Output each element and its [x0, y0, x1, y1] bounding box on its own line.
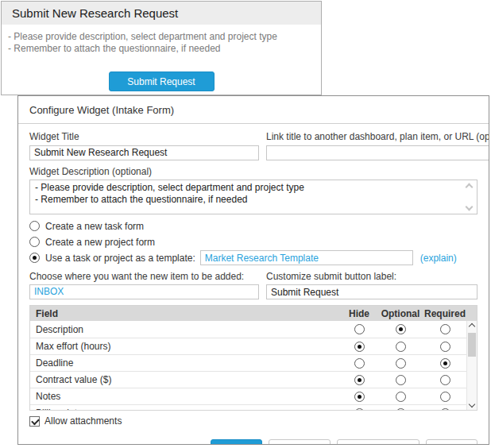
widget-title-group: Widget Title — [29, 131, 259, 160]
notes-optional-radio[interactable] — [396, 392, 406, 402]
field-settings-table-body: Description Max effort (hours) Deadline — [30, 321, 477, 410]
textarea-scroll-down-icon[interactable] — [466, 203, 474, 210]
dialog-footer-buttons: Save Duplicate Delete Widget Cancel — [29, 439, 477, 445]
delete-widget-button[interactable]: Delete Widget — [337, 439, 419, 445]
notes-hide-radio[interactable] — [354, 392, 365, 402]
use-template-radio-label: Use a task or project as a template: — [45, 253, 195, 264]
new-task-form-radio-label: Create a new task form — [45, 221, 144, 232]
max-effort-hide-radio[interactable] — [354, 342, 365, 352]
field-settings-rows: Description Max effort (hours) Deadline — [30, 321, 466, 410]
explain-link[interactable]: (explain) — [420, 253, 457, 264]
widget-description-textarea[interactable]: - Please provide description, select dep… — [29, 180, 477, 214]
widget-title-label: Widget Title — [29, 131, 259, 142]
deadline-hide-radio[interactable] — [354, 358, 365, 369]
max-effort-optional-radio[interactable] — [396, 342, 406, 352]
field-name: Deadline — [30, 357, 341, 369]
field-settings-table-header: Field Hide Optional Required — [30, 306, 477, 321]
field-settings-table: Field Hide Optional Required Description… — [29, 305, 477, 411]
link-title-group: Link title to another dashboard, plan it… — [266, 131, 489, 160]
contract-value-hide-radio[interactable] — [354, 375, 365, 385]
table-row-deadline: Deadline — [30, 354, 466, 371]
table-row-description: Description — [30, 321, 466, 338]
submit-button-label-input[interactable] — [266, 284, 477, 299]
new-project-form-radio-label: Create a new project form — [45, 237, 155, 248]
widget-description-label: Widget Description (optional) — [29, 166, 477, 177]
column-header-optional: Optional — [377, 308, 423, 319]
widget-description-line-1: - Please provide description, select dep… — [35, 182, 459, 194]
intake-widget-preview-card: Submit New Research Request - Please pro… — [1, 1, 322, 95]
table-scrollbar[interactable] — [466, 321, 477, 410]
billing-date-required-radio[interactable] — [440, 408, 450, 411]
table-scrollbar-thumb[interactable] — [468, 333, 476, 357]
radio-row-new-project-form: Create a new project form — [29, 234, 477, 250]
column-header-hide: Hide — [341, 308, 377, 319]
table-row-contract-value: Contract value ($) — [30, 371, 466, 388]
textarea-scroll-up-icon[interactable] — [466, 183, 474, 191]
deadline-optional-radio[interactable] — [396, 358, 406, 369]
table-scroll-down-icon[interactable] — [469, 401, 475, 407]
submit-button-label-label: Customize submit button label: — [266, 271, 477, 282]
deadline-required-radio[interactable] — [440, 358, 450, 369]
widget-preview-body: - Please provide description, select dep… — [2, 25, 321, 91]
allow-attachments-checkbox[interactable] — [29, 416, 40, 427]
column-header-field: Field — [30, 308, 341, 319]
title-and-link-row: Widget Title Link title to another dashb… — [29, 131, 477, 160]
dialog-title: Configure Widget (Intake Form) — [18, 96, 489, 123]
max-effort-required-radio[interactable] — [440, 342, 450, 352]
field-name: Billing date — [30, 407, 341, 410]
preview-submit-request-button[interactable]: Submit Request — [109, 71, 215, 91]
destination-label: Choose where you want the new item to be… — [29, 271, 259, 282]
widget-preview-description-line-1: - Please provide description, select dep… — [8, 31, 315, 43]
dialog-body: Widget Title Link title to another dashb… — [18, 124, 489, 445]
column-header-required: Required — [423, 308, 466, 319]
allow-attachments-row: Allow attachments — [29, 415, 477, 427]
field-name: Description — [30, 324, 341, 335]
new-task-form-radio[interactable] — [29, 221, 40, 231]
use-template-radio[interactable] — [29, 253, 40, 263]
contract-value-required-radio[interactable] — [440, 375, 450, 385]
new-project-form-radio[interactable] — [29, 237, 40, 247]
widget-preview-header: Submit New Research Request — [2, 2, 321, 25]
link-title-input[interactable] — [266, 145, 489, 160]
description-optional-radio[interactable] — [396, 324, 406, 334]
widget-preview-description-line-2: - Remember to attach the questionnaire, … — [8, 43, 315, 55]
description-required-radio[interactable] — [440, 324, 450, 334]
table-scroll-up-icon[interactable] — [469, 323, 475, 330]
table-row-notes: Notes — [30, 388, 466, 404]
radio-row-new-task-form: Create a new task form — [29, 218, 477, 234]
description-hide-radio[interactable] — [354, 324, 365, 334]
field-name: Notes — [30, 391, 341, 402]
link-title-label: Link title to another dashboard, plan it… — [266, 131, 489, 142]
table-row-max-effort: Max effort (hours) — [30, 338, 466, 354]
save-button[interactable]: Save — [211, 439, 262, 445]
billing-date-optional-radio[interactable] — [396, 408, 406, 411]
duplicate-button[interactable]: Duplicate — [269, 439, 331, 445]
field-name: Contract value ($) — [30, 374, 341, 385]
destination-picker[interactable]: INBOX — [29, 284, 259, 299]
contract-value-optional-radio[interactable] — [396, 375, 406, 385]
widget-preview-title: Submit New Research Request — [2, 2, 321, 25]
radio-row-use-template: Use a task or project as a template: (ex… — [29, 250, 477, 266]
submit-label-group: Customize submit button label: — [266, 271, 477, 300]
destination-group: Choose where you want the new item to be… — [29, 271, 259, 300]
destination-and-submit-label-row: Choose where you want the new item to be… — [29, 271, 477, 300]
field-name: Max effort (hours) — [30, 341, 341, 352]
allow-attachments-label: Allow attachments — [44, 415, 122, 427]
table-row-billing-date: Billing date — [30, 404, 466, 410]
cancel-button[interactable]: Cancel — [426, 439, 477, 445]
billing-date-hide-radio[interactable] — [354, 408, 365, 411]
widget-description-line-2: - Remember to attach the questionnaire, … — [35, 194, 459, 206]
configure-widget-dialog: Configure Widget (Intake Form) Widget Ti… — [17, 95, 489, 445]
widget-title-input[interactable] — [29, 145, 259, 160]
template-picker-input[interactable] — [200, 250, 413, 265]
notes-required-radio[interactable] — [440, 392, 450, 402]
screen: { "colors": { "accent_blue": "#1f9cd6", … — [0, 0, 491, 448]
